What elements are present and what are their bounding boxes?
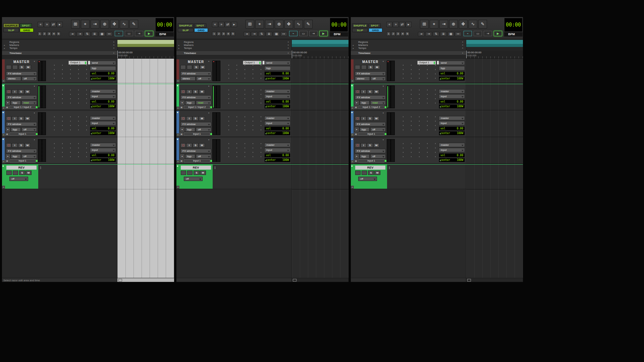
pencil-tool-icon[interactable]: ✎ bbox=[129, 20, 138, 28]
solo-button[interactable]: S bbox=[368, 171, 374, 175]
phase-button[interactable] bbox=[180, 65, 186, 69]
track-panel-1[interactable]: ◆ ▾ I S M master input FX window ✳ byp r… bbox=[2, 84, 117, 110]
link-timeline-toggle-icon[interactable]: ⌁ bbox=[464, 31, 472, 36]
envelope-chip-icon[interactable]: ✳ bbox=[6, 101, 10, 105]
add-tempo-icon[interactable]: + bbox=[287, 47, 289, 50]
fader-chip-icon[interactable]: ▤ bbox=[2, 186, 5, 189]
envelope-chip-icon[interactable]: ✳ bbox=[180, 155, 184, 158]
input-monitor-button[interactable] bbox=[187, 171, 193, 175]
insertion-follow-icon[interactable]: ⇥ bbox=[425, 32, 432, 36]
fx-window-button[interactable]: FX window bbox=[355, 122, 386, 126]
fx-window-button[interactable]: FX window bbox=[6, 71, 37, 76]
insertion-follow-icon[interactable]: ⇥ bbox=[76, 32, 83, 36]
mode-spot-button[interactable]: SPOT bbox=[20, 23, 32, 27]
fader-chip-icon[interactable]: ▤ bbox=[351, 186, 354, 189]
add-timebase-icon[interactable]: + bbox=[287, 51, 289, 55]
trim-tool-icon[interactable]: ⇥ bbox=[91, 20, 99, 28]
nudge-forward-icon[interactable]: » bbox=[44, 22, 50, 27]
route-dropdown[interactable]: master bbox=[90, 143, 116, 147]
input-monitor-button[interactable]: I bbox=[12, 89, 18, 94]
solo-button[interactable]: S bbox=[193, 65, 199, 69]
bypass-button[interactable]: byp bbox=[185, 127, 195, 132]
envelope-diamond-icon[interactable]: ◆ bbox=[177, 165, 178, 167]
solo-button[interactable]: S bbox=[367, 143, 373, 147]
routing-chip[interactable] bbox=[262, 61, 265, 65]
nudge-back-icon[interactable]: « bbox=[212, 22, 218, 27]
fader-chip-icon[interactable]: ▤ bbox=[176, 133, 179, 136]
routing-chip[interactable] bbox=[88, 61, 90, 65]
fader-chip-icon[interactable]: ▤ bbox=[351, 133, 354, 136]
envelope-diamond-icon[interactable]: ◆ bbox=[351, 165, 353, 167]
pan-readout[interactable]: center 100W bbox=[439, 76, 465, 81]
envelope-diamond-icon[interactable]: ◆ bbox=[2, 138, 4, 140]
envelope-chip-icon[interactable]: ✳ bbox=[355, 101, 359, 105]
scrub-tool-icon[interactable]: ∿ bbox=[120, 20, 128, 28]
track-name-field[interactable]: Input 1 bbox=[184, 159, 210, 163]
record-arm-button[interactable] bbox=[180, 143, 186, 147]
mute-button[interactable]: M bbox=[373, 116, 379, 121]
pan-readout[interactable]: center 100W bbox=[264, 158, 290, 162]
input-dropdown[interactable]: input bbox=[90, 121, 116, 125]
marquee-toggle-icon[interactable]: ▭ bbox=[474, 31, 482, 36]
solo-button[interactable]: S bbox=[193, 116, 199, 121]
solo-button[interactable]: S bbox=[18, 89, 24, 94]
record-arm-button[interactable] bbox=[6, 116, 11, 121]
volume-readout[interactable]: vol 0.00 bbox=[264, 153, 290, 158]
tab-transient-icon[interactable]: ↠ bbox=[69, 32, 76, 36]
track-name-field[interactable]: Input 1 bbox=[358, 132, 384, 136]
fx-window-button[interactable]: FX window bbox=[6, 122, 37, 126]
envelope-chip-icon[interactable]: ✳ bbox=[6, 155, 10, 158]
mute-button[interactable]: M bbox=[374, 171, 380, 175]
input-monitor-button[interactable]: I bbox=[12, 116, 18, 121]
bypass-button[interactable]: byp bbox=[185, 101, 195, 105]
mute-button[interactable]: M bbox=[199, 116, 205, 121]
grid-snap-icon[interactable]: ⇅ bbox=[84, 32, 91, 36]
collapse-markers-icon[interactable]: ▸ bbox=[178, 44, 179, 47]
track-menu-icon[interactable]: ▾ bbox=[383, 85, 384, 87]
track-menu-icon[interactable]: ▾ bbox=[383, 112, 384, 114]
fx-window-button[interactable]: FX window bbox=[355, 71, 386, 76]
route-dropdown[interactable]: master bbox=[439, 89, 465, 94]
fader-chip-icon[interactable]: ▤ bbox=[2, 133, 5, 136]
collapse-tempo-icon[interactable]: ▸ bbox=[178, 47, 179, 50]
smart-tool-icon[interactable]: ⊕ bbox=[100, 20, 109, 28]
channel-width-dropdown[interactable]: stereo bbox=[6, 76, 21, 81]
envelope-chip-icon[interactable]: ✳ bbox=[355, 155, 359, 158]
envelope-diamond-icon[interactable]: ◆ bbox=[2, 165, 4, 167]
add-timebase-icon[interactable]: + bbox=[462, 51, 464, 55]
input-dropdown[interactable]: input bbox=[264, 94, 290, 99]
memory-1-button[interactable]: 1 bbox=[38, 32, 42, 36]
solo-button[interactable]: S bbox=[193, 143, 199, 147]
input-dropdown[interactable]: input bbox=[264, 121, 290, 125]
pan-readout[interactable]: center 100W bbox=[264, 104, 290, 109]
bypass-button[interactable]: byp bbox=[90, 66, 116, 70]
automation-mode-dropdown[interactable]: off bbox=[370, 127, 386, 132]
mute-button[interactable]: M bbox=[24, 143, 31, 147]
memory-5-button[interactable]: 5 bbox=[405, 32, 410, 36]
record-arm-button[interactable] bbox=[6, 171, 12, 175]
tempo-lane[interactable]: ▸ Tempo + bbox=[176, 47, 291, 50]
regions-lane[interactable]: Regions + bbox=[2, 41, 117, 44]
memory-3-button[interactable]: 3 bbox=[396, 32, 400, 36]
track-name-field[interactable]: Input 1 bbox=[184, 132, 210, 136]
automation-mode-dropdown[interactable]: off bbox=[196, 76, 211, 81]
markers-lane[interactable]: ▸ Markers + bbox=[176, 44, 291, 47]
send-button[interactable]: send bbox=[439, 61, 465, 65]
record-arm-button[interactable] bbox=[355, 116, 360, 121]
fader-chip-icon[interactable]: ▤ bbox=[351, 160, 354, 163]
input-dropdown[interactable]: input bbox=[439, 94, 465, 99]
grid-menu-icon[interactable]: ≣ bbox=[266, 32, 272, 36]
master-track-panel[interactable]: ▾ MASTER Output 1 S M send byp FX window… bbox=[176, 59, 291, 83]
automation-mode-dropdown[interactable]: read bbox=[196, 101, 211, 105]
fader-chip-icon[interactable]: ▤ bbox=[2, 79, 5, 82]
bypass-button[interactable]: byp bbox=[11, 127, 21, 132]
memory-2-button[interactable]: 2 bbox=[217, 32, 221, 36]
object-tool-icon[interactable]: ⊞ bbox=[71, 20, 80, 28]
object-tool-icon[interactable]: ⊞ bbox=[246, 20, 254, 28]
nudge-back-icon[interactable]: « bbox=[38, 22, 44, 27]
nudge-forward-icon[interactable]: » bbox=[393, 22, 399, 27]
link-timeline-toggle-icon[interactable]: ⌁ bbox=[115, 31, 123, 36]
pan-readout[interactable]: center 100W bbox=[439, 131, 465, 135]
object-tool-icon[interactable]: ⊞ bbox=[420, 20, 429, 28]
record-arm-button[interactable] bbox=[180, 89, 186, 94]
